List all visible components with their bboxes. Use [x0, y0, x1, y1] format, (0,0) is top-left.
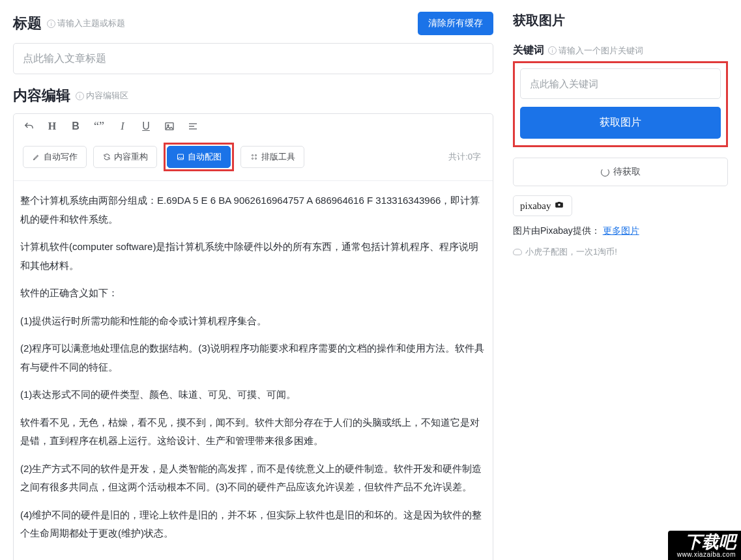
article-title-input[interactable]: [13, 43, 493, 74]
editor-content[interactable]: 整个计算机系统由两部分组成：E.69DA 5 E 6 BA 9062616964…: [14, 180, 493, 560]
content-paragraph: (1)提供运行时所需功能和性能的命令或计算机程序集合。: [20, 312, 486, 331]
image-add-icon: [176, 153, 184, 161]
auto-write-button[interactable]: 自动写作: [23, 146, 87, 168]
svg-point-6: [252, 155, 253, 156]
attribution-text: 图片由Pixabay提供： 更多图片: [513, 225, 728, 237]
pencil-icon: [32, 153, 40, 161]
fetch-image-button[interactable]: 获取图片: [520, 107, 721, 139]
auto-image-highlight: 自动配图: [164, 143, 234, 171]
content-paragraph: (2)程序可以满意地处理信息的数据结构。(3)说明程序功能要求和程序需要的文档的…: [20, 339, 486, 376]
content-paragraph: 计算机软件(computer software)是指计算机系统中除硬件以外的所有…: [20, 238, 486, 275]
content-paragraph: 整个计算机系统由两部分组成：E.69DA 5 E 6 BA 9062616964…: [20, 191, 486, 229]
clear-cache-button[interactable]: 清除所有缓存: [418, 12, 493, 35]
camera-icon: [553, 200, 565, 212]
svg-point-9: [255, 158, 256, 160]
word-count: 共计:0字: [448, 151, 484, 163]
info-icon: i: [47, 20, 55, 28]
title-section-header: 标题 i 请输入主题或标题 清除所有缓存: [13, 12, 493, 35]
auto-image-button[interactable]: 自动配图: [167, 146, 231, 168]
pending-status[interactable]: 待获取: [513, 158, 728, 186]
watermark: 下载吧 www.xiazaiba.com: [668, 531, 741, 560]
action-toolbar: 自动写作 内容重构 自动配图: [14, 139, 493, 180]
keyword-highlight: 获取图片: [513, 61, 728, 147]
italic-icon[interactable]: I: [117, 120, 128, 132]
editor-section-header: 内容编辑 i 内容编辑区: [13, 86, 493, 105]
restructure-button[interactable]: 内容重构: [93, 146, 157, 168]
content-paragraph: (2)生产方式不同的软件是开发，是人类智能的高发挥，而不是传统意义上的硬件制造。…: [20, 460, 486, 497]
pixabay-badge: pixabay: [513, 195, 572, 216]
format-toolbar: H B “” I U: [14, 114, 493, 139]
content-paragraph: (1)表达形式不同的硬件类型、颜色、味道、可见、可摸、可闻。: [20, 385, 486, 404]
editor-box: H B “” I U: [13, 113, 493, 560]
info-icon: i: [548, 46, 557, 55]
fetch-image-title: 获取图片: [513, 12, 728, 29]
spinner-icon: [601, 168, 609, 176]
cloud-icon: [513, 249, 522, 255]
title-hint: i 请输入主题或标题: [47, 18, 125, 29]
svg-point-8: [252, 158, 253, 160]
title-label: 标题: [13, 14, 42, 33]
underline-icon[interactable]: U: [140, 120, 152, 132]
undo-icon[interactable]: [23, 120, 35, 132]
refresh-icon: [102, 153, 111, 161]
image-icon[interactable]: [164, 120, 175, 132]
editor-label: 内容编辑: [13, 86, 70, 105]
heading-icon[interactable]: H: [46, 120, 58, 132]
more-images-link[interactable]: 更多图片: [603, 225, 639, 236]
keyword-label: 关键词: [513, 44, 544, 57]
layout-icon: [250, 153, 258, 161]
info-icon: i: [76, 92, 84, 100]
footer-note: 小虎子配图，一次1淘币!: [513, 246, 728, 258]
svg-point-1: [167, 125, 169, 126]
layout-tool-button[interactable]: 排版工具: [240, 146, 304, 168]
content-paragraph: (4)维护不同的硬件是旧的，理论上软件是旧的，并不坏，但实际上软件也是旧的和坏的…: [20, 506, 486, 543]
quote-icon[interactable]: “”: [93, 120, 105, 132]
editor-hint: i 内容编辑区: [76, 90, 128, 102]
content-paragraph: 软件看不见，无色，枯燥，看不见，摸不到，闻不到。软件大部分存在于人们的头脑或纸上…: [20, 413, 486, 451]
keyword-hint: i 请输入一个图片关键词: [548, 45, 643, 57]
bold-icon[interactable]: B: [70, 120, 81, 132]
keyword-input[interactable]: [520, 68, 721, 99]
keyword-header: 关键词 i 请输入一个图片关键词: [513, 44, 728, 57]
content-paragraph: 软件的正确含义如下：: [20, 284, 486, 303]
align-left-icon[interactable]: [187, 120, 199, 132]
svg-point-10: [559, 204, 561, 206]
svg-point-7: [255, 155, 256, 156]
